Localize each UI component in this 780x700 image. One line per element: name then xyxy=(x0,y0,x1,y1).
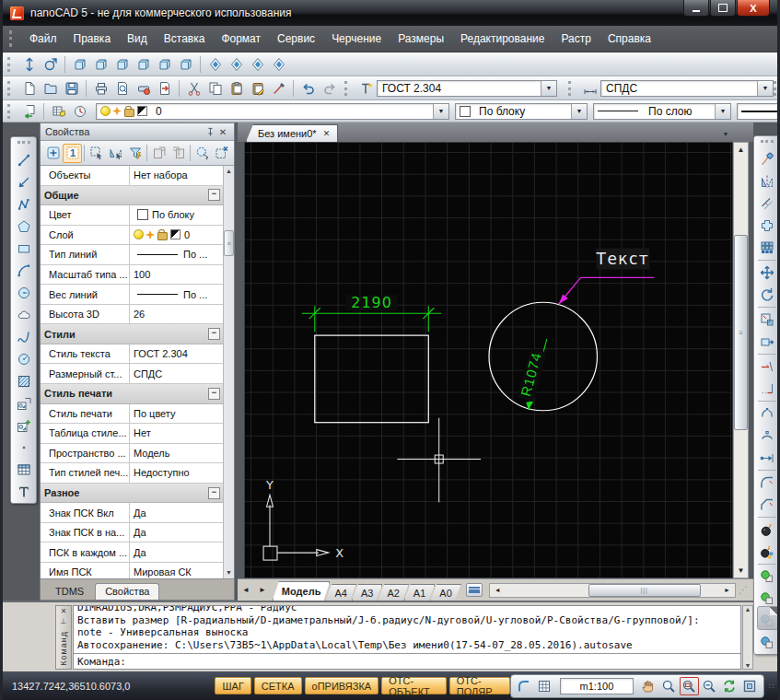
plot-icon[interactable] xyxy=(90,78,111,99)
pan-realtime-icon[interactable] xyxy=(18,54,40,75)
array-icon[interactable] xyxy=(756,237,778,259)
property-value[interactable]: 0 xyxy=(130,226,224,245)
scroll-thumb[interactable]: ≡ xyxy=(734,235,748,430)
drawing-canvas[interactable]: 2190 R1074 Текст xyxy=(244,142,733,578)
view-iso-se-icon[interactable] xyxy=(226,54,247,75)
property-value[interactable]: 26 xyxy=(130,305,224,324)
free-orbit-icon[interactable] xyxy=(40,54,61,75)
layer-combo[interactable]: 0 ▼ xyxy=(96,103,449,120)
property-value[interactable]: 100 xyxy=(130,265,224,285)
close-icon[interactable]: ✕ xyxy=(61,607,67,615)
move-icon[interactable] xyxy=(756,262,778,284)
view-left-icon[interactable] xyxy=(154,54,175,75)
arc-tool-icon[interactable] xyxy=(13,260,35,282)
layout-tab-A1[interactable]: A1 xyxy=(404,584,435,601)
sheet-orientation-icon[interactable] xyxy=(515,677,534,695)
save-document-icon[interactable] xyxy=(61,78,82,99)
hatch-tool-icon[interactable] xyxy=(13,370,35,392)
canvas-vertical-scrollbar[interactable]: ▲ ≡ ▼ xyxy=(733,142,749,578)
scale-field[interactable]: m1:100 xyxy=(560,678,634,694)
menu-item-Файл[interactable]: Файл xyxy=(21,28,65,50)
layout-tab-A0[interactable]: A0 xyxy=(430,584,460,601)
undo-icon[interactable] xyxy=(297,78,319,99)
erase-icon[interactable] xyxy=(756,148,778,170)
open-document-icon[interactable] xyxy=(40,78,61,99)
scroll-up-icon[interactable]: ▲ xyxy=(745,606,751,612)
chamfer-icon[interactable] xyxy=(756,494,778,516)
text-tool-icon[interactable] xyxy=(13,481,35,503)
toolbar-grip[interactable] xyxy=(7,104,14,119)
batch-plot-icon[interactable] xyxy=(133,78,154,99)
layout-tab-A2[interactable]: A2 xyxy=(378,584,408,601)
chevron-down-icon[interactable]: ▼ xyxy=(571,104,587,119)
property-value[interactable]: Нет набора xyxy=(130,166,224,185)
chevron-down-icon[interactable]: ▼ xyxy=(541,81,556,96)
explode-text-icon[interactable] xyxy=(756,541,778,563)
scroll-left-icon[interactable]: ◄ xyxy=(490,587,506,593)
toolbar-grip[interactable] xyxy=(17,141,30,147)
trim-icon[interactable] xyxy=(756,356,778,378)
zoom-extents-icon[interactable] xyxy=(740,677,760,695)
refresh-drawing-icon[interactable] xyxy=(18,101,40,122)
spline-tool-icon[interactable] xyxy=(13,326,35,348)
toolbar-grip[interactable] xyxy=(344,81,351,96)
property-value[interactable]: По цвету xyxy=(130,404,224,424)
view-front-icon[interactable] xyxy=(69,54,90,75)
apply-properties-icon[interactable] xyxy=(169,144,188,163)
polyline-tool-icon[interactable] xyxy=(13,193,35,216)
toolbar-grip[interactable] xyxy=(7,81,14,96)
cut-icon[interactable] xyxy=(183,78,204,99)
resize-grip[interactable]: ∷ xyxy=(769,682,777,691)
pin-icon[interactable]: ⊥ xyxy=(61,617,67,625)
new-document-icon[interactable] xyxy=(18,78,40,99)
property-group-header[interactable]: Общие− xyxy=(41,186,224,206)
view-right-icon[interactable] xyxy=(175,54,196,75)
chevron-down-icon[interactable]: ▼ xyxy=(715,104,730,119)
copy-properties-icon[interactable] xyxy=(149,144,169,163)
point-tool-icon[interactable] xyxy=(13,437,35,459)
lineweight-combo[interactable] xyxy=(737,103,777,120)
send-under-icon[interactable] xyxy=(756,632,778,654)
property-value[interactable]: Нет xyxy=(130,424,224,443)
explode-icon[interactable] xyxy=(756,519,778,541)
chevron-down-icon[interactable]: ▼ xyxy=(433,104,448,119)
fillet-icon[interactable] xyxy=(756,472,778,494)
property-value[interactable]: Да xyxy=(130,503,224,522)
close-icon[interactable]: ✕ xyxy=(216,126,229,138)
document-tab[interactable]: Без имени0* ✕ xyxy=(246,124,338,142)
toolbar-grip[interactable] xyxy=(774,81,777,96)
break-icon[interactable] xyxy=(756,402,778,425)
property-value[interactable]: Да xyxy=(130,523,224,542)
deselect-icon[interactable] xyxy=(212,144,231,163)
scroll-down-icon[interactable]: ▼ xyxy=(738,564,745,578)
grid-settings-icon[interactable] xyxy=(535,677,554,695)
menu-item-Редактирование[interactable]: Редактирование xyxy=(452,28,553,50)
property-value[interactable]: По ... xyxy=(130,245,224,264)
property-group-header[interactable]: Стили− xyxy=(41,324,224,344)
polygon-tool-icon[interactable] xyxy=(13,216,35,238)
maximize-button[interactable] xyxy=(710,0,736,17)
leader[interactable] xyxy=(559,277,655,304)
command-text-area[interactable]: DIMRADIUS,DRA,РЗМРАДИУС,РРА - РадиусВста… xyxy=(73,605,741,670)
cloud-tool-icon[interactable] xyxy=(13,304,35,326)
select-window-icon[interactable] xyxy=(87,144,106,163)
view-iso-ne-icon[interactable] xyxy=(247,54,268,75)
layer-states-icon[interactable] xyxy=(69,101,90,122)
property-group-header[interactable]: Стиль печати− xyxy=(41,384,224,404)
status-toggle-ШАГ[interactable]: ШАГ xyxy=(215,677,250,694)
preview-icon[interactable] xyxy=(111,78,133,99)
panel-tab-TDMS[interactable]: TDMS xyxy=(46,584,93,600)
stretch-icon[interactable] xyxy=(756,331,778,353)
properties-scrollbar[interactable]: ▲ ≡ ▼ xyxy=(223,166,234,578)
dimension-style-combo[interactable]: СПДС▼ xyxy=(600,80,774,97)
pan-hand-icon[interactable] xyxy=(639,677,658,695)
rotate-icon[interactable] xyxy=(756,284,778,306)
close-button[interactable]: X xyxy=(737,0,770,17)
property-value[interactable]: По блоку xyxy=(130,205,224,225)
command-prompt[interactable]: Команда: xyxy=(74,653,740,669)
close-document-icon[interactable]: ✕ xyxy=(323,129,331,138)
menu-item-Размеры[interactable]: Размеры xyxy=(390,28,452,50)
menu-item-Черчение[interactable]: Черчение xyxy=(323,28,390,50)
rectangle-entity[interactable] xyxy=(315,335,428,423)
view-bottom-icon[interactable] xyxy=(133,54,154,75)
